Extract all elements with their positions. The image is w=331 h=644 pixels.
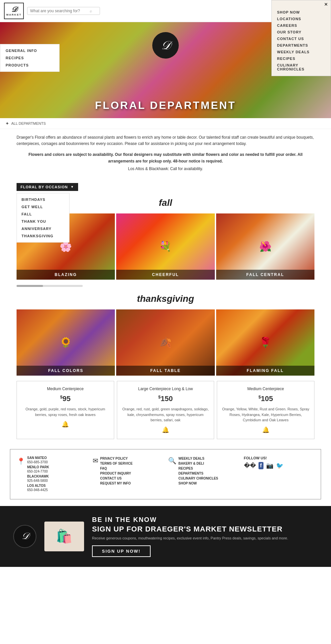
logo-letter: 𝒟	[11, 6, 17, 13]
nav-item-weekly-deals[interactable]: WEEKLY DEALS	[277, 49, 325, 55]
info-card-1: Large Centerpiece Long & Low $150 Orange…	[117, 381, 214, 439]
newsletter-bag-image: 🛍️	[44, 522, 84, 551]
subnav-item-general-info[interactable]: GENERAL INFO	[6, 47, 54, 54]
search-input[interactable]	[30, 9, 90, 13]
nav-item-departments[interactable]: DEPARTMENTS	[277, 42, 325, 49]
nav-menu-list: SHOP NOW LOCATIONS CAREERS OUR STORY CON…	[277, 9, 325, 72]
footer-link-privacy[interactable]: PRIVACY POLICY	[100, 456, 133, 461]
newsletter-content: BE IN THE KNOW SIGN UP FOR DRAEGER'S MAR…	[92, 516, 318, 557]
info-card-2-type: Medium Centerpiece	[221, 387, 310, 391]
footer-location-menlo-park-name: MENLO PARK	[27, 465, 49, 469]
footer-link-bakery-deli[interactable]: BAKERY & DELI	[178, 461, 218, 466]
scrollbar-thumb[interactable]	[17, 285, 43, 287]
footer-location-san-mateo-phone[interactable]: 650-685-3700	[27, 460, 49, 464]
thanksgiving-product-fall-table[interactable]: 🍂 FALL TABLE	[116, 309, 214, 376]
info-card-0: Medium Centerpiece $95 Orange, gold, pur…	[17, 381, 114, 439]
nav-item-recipes[interactable]: RECIPES	[277, 55, 325, 62]
fall-product-fall-central[interactable]: 🌺 FALL CENTRAL	[216, 213, 314, 280]
hero-title: FLORAL DEPARTMENT	[95, 99, 236, 112]
thanksgiving-product-grid: 🌻 FALL COLORS 🍂 FALL TABLE 🌹 FLAMING FAL…	[0, 309, 331, 376]
location-note: Los Altos & Blackhawk: Call for availabi…	[17, 166, 314, 171]
twitter-icon[interactable]: 🐦	[276, 462, 283, 469]
info-card-1-price: $150	[121, 394, 210, 403]
footer-link-request-info[interactable]: REQUEST MY INFO	[100, 481, 133, 486]
fall-table-image: 🍂 FALL TABLE	[116, 309, 214, 376]
newsletter-logo-wrap: 𝒟	[13, 525, 36, 548]
footer-link-product-inquiry[interactable]: PRODUCT INQUIRY	[100, 471, 133, 476]
footer-link-departments[interactable]: DEPARTMENTS	[178, 471, 218, 476]
info-card-2-icon: 🔔	[221, 426, 310, 434]
footer-link-faq[interactable]: FAQ	[100, 466, 133, 471]
footer-link-shop-now[interactable]: SHOP NOW	[178, 481, 218, 486]
newsletter-section: 𝒟 🛍️ BE IN THE KNOW SIGN UP FOR DRAEGER'…	[0, 506, 331, 567]
info-card-1-icon: 🔔	[121, 426, 210, 434]
thanksgiving-product-flaming-fall[interactable]: 🌹 FLAMING FALL	[216, 309, 314, 376]
info-card-1-desc: Orange, red, rust, gold, green snapdrago…	[121, 406, 210, 423]
nav-item-our-story[interactable]: OUR STORY	[277, 29, 325, 35]
info-card-1-type: Large Centerpiece Long & Low	[121, 387, 210, 391]
footer-social: FOLLOW US! �� f 📷 🐦	[244, 456, 314, 492]
instagram-icon[interactable]: 📷	[266, 462, 273, 469]
footer-link-recipes[interactable]: RECIPES	[178, 466, 218, 471]
flaming-fall-image: 🌹 FLAMING FALL	[216, 309, 314, 376]
occasion-button-label: FLORAL BY OCCASION	[21, 185, 68, 189]
fall-product-fall-central-image: 🌺 FALL CENTRAL	[216, 213, 314, 280]
subnav-item-products[interactable]: PRODUCTS	[6, 62, 54, 69]
footer-location-list: SAN MATEO 650-685-3700 MENLO PARK 650-32…	[27, 456, 49, 492]
occasion-item-thanksgiving[interactable]: THANKSGIVING	[22, 232, 65, 240]
fall-colors-label: FALL COLORS	[17, 366, 115, 376]
footer-link-contact-us[interactable]: CONTACT US	[100, 476, 133, 481]
search-bar[interactable]: ⌕	[27, 7, 100, 15]
footer: 📍 SAN MATEO 650-685-3700 MENLO PARK 650-…	[10, 449, 321, 499]
occasion-item-thank-you[interactable]: THANK YOU	[22, 218, 65, 225]
fall-table-label: FALL TABLE	[116, 366, 214, 376]
footer-link-culinary-chronicles[interactable]: CULINARY CHRONICLES	[178, 476, 218, 481]
occasion-item-get-well[interactable]: GET WELL	[22, 203, 65, 210]
occasion-item-fall[interactable]: FALL	[22, 210, 65, 218]
notice-paragraph2: Flowers and colors are subject to availa…	[17, 152, 314, 164]
chevron-down-icon: ▼	[71, 185, 74, 189]
info-card-0-type: Medium Centerpiece	[21, 387, 110, 391]
footer-location-los-altos-name: LOS ALTOS	[27, 484, 49, 487]
intro-paragraph1: Draeger's Floral offers an abundance of …	[17, 134, 314, 147]
occasion-item-birthdays[interactable]: BIRTHDAYS	[22, 196, 65, 203]
nav-item-contact-us[interactable]: CONTACT US	[277, 35, 325, 42]
occasion-item-anniversary[interactable]: ANNIVERSARY	[22, 225, 65, 232]
cheerful-label: CHEERFUL	[116, 270, 214, 280]
newsletter-subtitle: SIGN UP FOR DRAEGER'S MARKET NEWSLETTER	[92, 525, 318, 533]
footer-link-weekly-deals[interactable]: WEEKLY DEALS	[178, 456, 218, 461]
breadcrumb-text[interactable]: ALL DEPARTMENTS	[11, 121, 46, 125]
fall-product-cheerful-image: 💐 CHEERFUL	[116, 213, 214, 280]
social-icons-row: �� f 📷 🐦	[244, 462, 314, 469]
info-card-0-icon: 🔔	[21, 421, 110, 428]
thanksgiving-product-fall-colors[interactable]: 🌻 FALL COLORS	[17, 309, 115, 376]
search-icon[interactable]: ⌕	[90, 9, 92, 13]
footer-location-menlo-park-phone[interactable]: 650-324-7700	[27, 470, 49, 473]
footer-legal-list: PRIVACY POLICY TERMS OF SERVICE FAQ PROD…	[100, 456, 133, 486]
footer-location-los-altos-phone[interactable]: 650-948-4425	[27, 488, 49, 492]
newsletter-signup-button[interactable]: SIGN UP NOW!	[92, 545, 151, 557]
flaming-fall-label: FLAMING FALL	[216, 366, 314, 376]
footer-link-terms[interactable]: TERMS OF SERVICE	[100, 461, 133, 466]
info-cards-grid: Medium Centerpiece $95 Orange, gold, pur…	[0, 381, 331, 439]
fall-product-cheerful[interactable]: 💐 CHEERFUL	[116, 213, 214, 280]
breadcrumb: ✦ ALL DEPARTMENTS	[0, 118, 331, 129]
footer-location-blackhawk-phone[interactable]: 925-648-5800	[27, 479, 49, 483]
nav-close-icon[interactable]: ✕	[324, 2, 328, 7]
nav-item-locations[interactable]: LOCATIONS	[277, 16, 325, 22]
occasion-filter: FLORAL BY OCCASION ▼ BIRTHDAYS GET WELL …	[0, 183, 331, 191]
nav-item-shop-now[interactable]: SHOP NOW	[277, 9, 325, 16]
intro-section: Draeger's Floral offers an abundance of …	[0, 129, 331, 183]
footer-location-blackhawk-name: BLACKHAWK	[27, 475, 49, 478]
nav-item-culinary-chronicles[interactable]: CULINARY CHRONICLES	[277, 62, 325, 72]
pinterest-icon[interactable]: ��	[244, 462, 256, 469]
nav-item-careers[interactable]: CAREERS	[277, 22, 325, 29]
nav-dropdown: ✕ SHOP NOW LOCATIONS CAREERS OUR STORY C…	[271, 0, 331, 76]
occasion-button[interactable]: FLORAL BY OCCASION ▼	[17, 183, 78, 191]
facebook-icon[interactable]: f	[259, 462, 263, 469]
hero-logo: 𝒟	[152, 32, 179, 59]
subnav-item-recipes[interactable]: RECIPES	[6, 54, 54, 62]
info-card-2-price: $105	[221, 394, 310, 403]
logo[interactable]: 𝒟 MARKET	[4, 3, 24, 19]
header: 𝒟 MARKET ⌕ ☰ ✕ SHOP NOW LOCATIONS CAREER…	[0, 0, 331, 22]
